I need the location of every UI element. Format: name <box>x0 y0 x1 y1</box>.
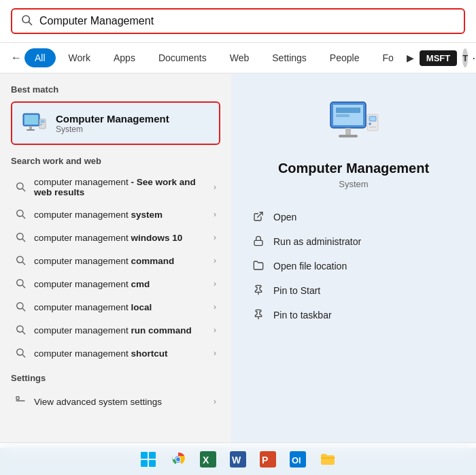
action-list: Open Run as administrator <box>248 208 460 324</box>
svg-line-20 <box>22 308 25 311</box>
svg-point-35 <box>369 122 371 125</box>
suggestion-arrow-4: › <box>214 256 216 265</box>
search-small-icon-5 <box>15 278 27 290</box>
search-small-icon-3 <box>15 231 27 244</box>
suggestion-item-6[interactable]: computer management local › <box>11 295 220 318</box>
svg-line-18 <box>22 285 25 288</box>
suggestion-text-6: computer management local <box>34 302 214 312</box>
search-icon <box>20 14 33 29</box>
tab-all[interactable]: All <box>24 48 56 67</box>
suggestion-text-8: computer management shortcut <box>34 348 214 359</box>
action-pin-taskbar-label: Pin to taskbar <box>273 310 332 321</box>
suggestion-item-4[interactable]: computer management command › <box>11 249 220 272</box>
suggestion-item-1[interactable]: computer management - See work and web r… <box>11 171 220 203</box>
back-button[interactable]: ← <box>11 48 22 67</box>
svg-rect-34 <box>369 116 376 121</box>
tab-web[interactable]: Web <box>220 48 260 67</box>
action-run-admin[interactable]: Run as administrator <box>248 233 460 250</box>
suggestion-text-1: computer management - See work and web r… <box>34 177 214 197</box>
settings-section-label: Settings <box>11 373 220 383</box>
tab-apps[interactable]: Apps <box>103 48 146 67</box>
suggestion-arrow-2: › <box>214 210 216 219</box>
suggestion-item-8[interactable]: computer management shortcut › <box>11 342 220 365</box>
svg-rect-30 <box>336 114 350 117</box>
powerpoint-icon[interactable]: P <box>256 447 280 472</box>
suggestion-text-5: computer management cmd <box>34 279 214 289</box>
suggestion-item-5[interactable]: computer management cmd › <box>11 272 220 295</box>
svg-text:W: W <box>232 455 241 465</box>
svg-rect-3 <box>24 115 38 125</box>
main-content: Best match <box>0 73 476 448</box>
action-pin-taskbar[interactable]: Pin to taskbar <box>248 306 460 324</box>
best-match-info: Computer Management System <box>56 113 169 134</box>
action-open-label: Open <box>273 212 296 223</box>
svg-rect-32 <box>339 135 358 137</box>
tab-settings[interactable]: Settings <box>262 48 317 67</box>
outlook-icon[interactable]: Ol <box>286 447 310 472</box>
search-small-icon-8 <box>15 347 27 359</box>
svg-rect-5 <box>27 129 35 131</box>
action-run-admin-label: Run as administrator <box>273 236 361 247</box>
preview-title: Computer Management <box>278 161 429 176</box>
pin-start-icon <box>253 284 265 297</box>
pin-taskbar-icon <box>253 309 265 321</box>
tab-documents[interactable]: Documents <box>148 48 217 67</box>
settings-suggestion-item[interactable]: View advanced system settings › <box>11 390 220 413</box>
file-explorer-icon[interactable] <box>316 447 340 472</box>
computer-management-icon <box>20 110 48 137</box>
tab-people[interactable]: People <box>320 48 370 67</box>
settings-icon <box>15 395 27 408</box>
search-input[interactable] <box>39 15 456 27</box>
svg-line-37 <box>258 212 262 217</box>
more-button[interactable]: ··· <box>472 48 476 67</box>
start-button[interactable] <box>136 447 160 472</box>
suggestion-arrow-1: › <box>214 182 216 192</box>
left-panel: Best match <box>0 73 231 448</box>
action-file-loc-label: Open file location <box>273 261 347 272</box>
svg-point-8 <box>41 124 42 125</box>
excel-icon[interactable]: X <box>196 447 220 472</box>
svg-rect-7 <box>41 120 44 122</box>
word-icon[interactable]: W <box>226 447 250 472</box>
suggestion-item-2[interactable]: computer management system › <box>11 203 220 226</box>
suggestion-arrow-7: › <box>214 325 216 335</box>
svg-line-24 <box>22 355 25 357</box>
action-pin-start-label: Pin to Start <box>273 285 320 296</box>
preview-subtitle: System <box>339 179 368 189</box>
svg-text:X: X <box>203 455 209 465</box>
file-location-icon <box>253 260 265 272</box>
right-panel: Computer Management System Open <box>231 73 476 448</box>
svg-line-10 <box>22 189 25 191</box>
svg-rect-25 <box>16 397 19 399</box>
svg-rect-4 <box>29 126 32 129</box>
t-avatar[interactable]: T <box>462 48 468 67</box>
search-small-icon-6 <box>15 301 27 313</box>
search-input-wrapper <box>11 8 465 34</box>
chrome-icon[interactable] <box>166 447 190 472</box>
suggestion-item-7[interactable]: computer management run command › <box>11 318 220 342</box>
svg-rect-31 <box>345 128 351 135</box>
svg-text:Ol: Ol <box>292 455 301 465</box>
suggestion-text-7: computer management run command <box>34 325 214 335</box>
best-match-app-subtitle: System <box>56 125 169 134</box>
search-web-label: Search work and web <box>11 156 220 166</box>
tab-work[interactable]: Work <box>58 48 101 67</box>
search-bar-container <box>0 0 476 43</box>
suggestion-arrow-6: › <box>214 302 216 312</box>
suggestion-item-3[interactable]: computer management windows 10 › <box>11 226 220 249</box>
preview-app-icon <box>326 95 381 150</box>
best-match-label: Best match <box>11 84 220 95</box>
best-match-item[interactable]: Computer Management System <box>11 101 220 145</box>
svg-line-12 <box>22 216 25 218</box>
play-button[interactable]: ▶ <box>407 48 414 67</box>
action-open[interactable]: Open <box>248 208 460 226</box>
search-small-icon-7 <box>15 324 27 336</box>
tab-fo[interactable]: Fo <box>372 48 403 67</box>
action-pin-start[interactable]: Pin to Start <box>248 282 460 299</box>
msft-badge[interactable]: MSFT <box>420 50 457 66</box>
settings-suggestion-text: View advanced system settings <box>34 397 214 407</box>
svg-point-43 <box>176 457 180 461</box>
action-open-file-loc[interactable]: Open file location <box>248 257 460 275</box>
open-icon <box>253 211 265 223</box>
suggestion-arrow-5: › <box>214 279 216 289</box>
